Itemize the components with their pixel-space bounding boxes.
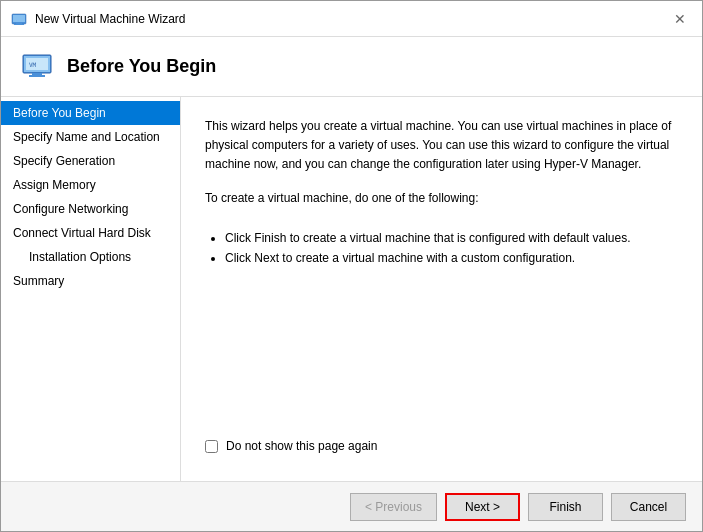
vm-header-icon: VM [21, 51, 53, 83]
bullet-item: Click Next to create a virtual machine w… [225, 248, 678, 268]
svg-rect-3 [14, 24, 24, 25]
wizard-window: New Virtual Machine Wizard ✕ VM Before Y… [0, 0, 703, 532]
close-button[interactable]: ✕ [668, 10, 692, 28]
sidebar-item[interactable]: Before You Begin [1, 101, 180, 125]
sidebar-item[interactable]: Summary [1, 269, 180, 293]
title-bar: New Virtual Machine Wizard ✕ [1, 1, 702, 37]
svg-rect-6 [32, 73, 42, 75]
bullet-item: Click Finish to create a virtual machine… [225, 228, 678, 248]
next-button[interactable]: Next > [445, 493, 520, 521]
svg-rect-1 [13, 15, 25, 22]
content-area: This wizard helps you create a virtual m… [181, 97, 702, 481]
sidebar-item[interactable]: Assign Memory [1, 173, 180, 197]
page-header: VM Before You Begin [1, 37, 702, 97]
sidebar-item[interactable]: Installation Options [1, 245, 180, 269]
cancel-button[interactable]: Cancel [611, 493, 686, 521]
do-not-show-checkbox[interactable] [205, 440, 218, 453]
page-title: Before You Begin [67, 56, 216, 77]
window-icon [11, 11, 27, 27]
bullet-list: Click Finish to create a virtual machine… [225, 228, 678, 269]
sidebar-item[interactable]: Connect Virtual Hard Disk [1, 221, 180, 245]
sidebar: Before You BeginSpecify Name and Locatio… [1, 97, 181, 481]
sidebar-item[interactable]: Specify Name and Location [1, 125, 180, 149]
main-content: Before You BeginSpecify Name and Locatio… [1, 97, 702, 481]
do-not-show-row: Do not show this page again [205, 431, 678, 461]
do-not-show-label: Do not show this page again [226, 439, 377, 453]
svg-rect-7 [29, 75, 45, 77]
finish-button[interactable]: Finish [528, 493, 603, 521]
footer: < Previous Next > Finish Cancel [1, 481, 702, 531]
window-title: New Virtual Machine Wizard [35, 12, 186, 26]
paragraph2: To create a virtual machine, do one of t… [205, 189, 678, 208]
previous-button[interactable]: < Previous [350, 493, 437, 521]
title-bar-left: New Virtual Machine Wizard [11, 11, 186, 27]
svg-text:VM: VM [29, 61, 37, 68]
sidebar-item[interactable]: Specify Generation [1, 149, 180, 173]
sidebar-item[interactable]: Configure Networking [1, 197, 180, 221]
paragraph1: This wizard helps you create a virtual m… [205, 117, 678, 175]
